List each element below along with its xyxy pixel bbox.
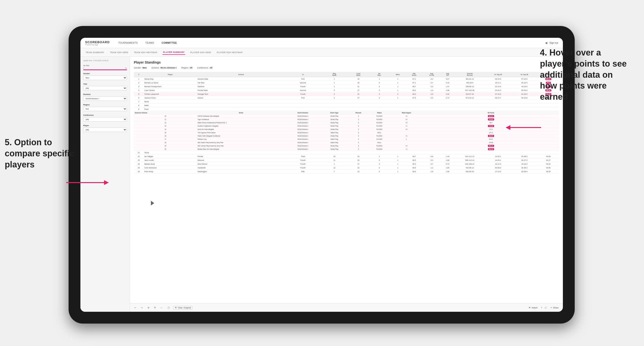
toolbar-watch-btn[interactable]: 👁 Watch — [527, 306, 539, 309]
toolbar-share-btn[interactable]: ↗ Share — [549, 306, 560, 309]
sub-nav-team-h2h-grid[interactable]: TEAM H2H GRID — [110, 50, 129, 55]
row-conf-rank: 24 — [348, 159, 369, 162]
slider-track[interactable] — [83, 69, 127, 70]
row-to-par: -0.8 — [423, 155, 440, 159]
exp-num: 12 — [134, 121, 197, 125]
player-select[interactable]: (All) — [83, 128, 127, 132]
exp-num: 19 — [134, 144, 197, 148]
col-reg-rank: RegRank — [321, 72, 348, 77]
row-avg-sg: 3.07 — [440, 77, 455, 81]
row-vs50: 65-54-6 — [511, 89, 538, 92]
toolbar-icon-2[interactable]: ⬜ — [544, 307, 547, 309]
row-wins: 1 — [390, 85, 405, 89]
tablet-shell: SCOREBOARD Powered by clippi TOURNAMENTS… — [68, 26, 575, 324]
exp-type: Stroke Play — [321, 115, 348, 118]
gender-select[interactable]: Men Women — [83, 76, 127, 80]
row-player: Ian Gilligan — [144, 155, 197, 159]
row-record: 452-96-12 — [454, 166, 485, 170]
nav-tournaments[interactable]: TOURNAMENTS — [117, 41, 139, 45]
row-to-par: -2.6 — [423, 92, 440, 96]
exp-rounds: 3 — [348, 121, 369, 125]
exp-type: Stroke Play — [321, 144, 348, 148]
exp-wpoints[interactable]: 20.47 — [423, 138, 559, 141]
row-wins: 1 — [390, 159, 405, 162]
row-vs50: 26-27-2 — [511, 159, 538, 162]
exp-wpoints[interactable]: 66.40 — [423, 148, 559, 151]
exp-rounds: 3 — [348, 148, 369, 151]
sub-nav-team-h2h-heatmap[interactable]: TEAM H2H HEATMAP — [134, 50, 158, 55]
player-label: Player — [83, 125, 127, 127]
row-vs25: 19-11-1 — [485, 81, 511, 85]
exp-wpoints[interactable]: 56.18 — [423, 144, 559, 148]
exp-num: 17 — [134, 138, 197, 141]
sub-nav-player-summary[interactable]: PLAYER SUMMARY — [162, 50, 185, 55]
row-num: 24 — [134, 162, 144, 166]
row-points[interactable]: 40.02 — [538, 162, 559, 166]
row-no-rds: 0 — [369, 159, 390, 162]
sub-nav-player-h2h-grid[interactable]: PLAYER H2H GRID — [190, 50, 212, 55]
division-select[interactable]: NCAA Division I — [83, 96, 127, 101]
exp-num: 15 — [134, 131, 197, 134]
row-reg-rank: 11 — [321, 159, 348, 162]
row-vs50: 35-16-4 — [511, 81, 538, 85]
sidebar-update-section: Update time: 27/01/2024 16:56:26 — [83, 59, 127, 62]
exp-type: Stroke Play — [321, 134, 348, 138]
sign-out-link[interactable]: Sign out — [550, 42, 558, 44]
conference-select[interactable]: (All) — [83, 117, 127, 122]
sub-nav-team-summary[interactable]: TEAM SUMMARY — [85, 50, 105, 55]
tablet-screen: SCOREBOARD Powered by clippi TOURNAMENTS… — [80, 38, 563, 312]
row-adj-score: 68.2 — [406, 89, 423, 92]
col-vs-top25: Vs Top 25 — [485, 72, 511, 77]
filter-conference-value: All — [210, 67, 212, 69]
toolbar-clock[interactable]: 🕐 — [166, 306, 171, 310]
row-adj-score: 67.5 — [406, 96, 423, 100]
row-adj-score: 69.4 — [406, 162, 423, 166]
nav-teams[interactable]: TEAMS — [144, 41, 156, 45]
watch-icon: 👁 — [528, 307, 531, 309]
arrow-4-svg — [503, 120, 550, 135]
table-row: 3 Michael Thorbjornsen Stanford Fourth 1… — [134, 85, 559, 89]
toolbar-copy[interactable]: ⧉ — [153, 306, 157, 310]
row-wins: 1 — [390, 96, 405, 100]
toolbar-icon-1[interactable]: ⬇ — [541, 307, 542, 309]
row-player: Christo Lamprecht — [144, 92, 197, 96]
exp-num: 16 — [134, 134, 197, 138]
row-points[interactable]: 39.95 — [538, 166, 559, 170]
nav-committee[interactable]: COMMITTEE — [160, 41, 178, 45]
table-row: 4 Luke Clanton Florida State Second 5 27… — [134, 89, 559, 92]
exp-rounds: 3 — [348, 144, 369, 148]
col-adj-score: Adj.Score — [406, 72, 423, 77]
row-num: 25 — [134, 166, 144, 170]
row-reg-rank: 1 — [321, 77, 348, 81]
row-player: Michael La Sasso — [144, 81, 197, 85]
toolbar-undo[interactable]: ↩ — [133, 306, 138, 310]
toolbar-redo[interactable]: ↪ — [140, 306, 144, 310]
row-avg-sg: 1.65 — [440, 166, 455, 170]
toolbar-settings[interactable]: ⚙ — [146, 306, 151, 310]
row-vs50: 29-38-2 — [511, 155, 538, 159]
row-conf-rank: 27 — [348, 89, 369, 92]
toolbar-view-btn[interactable]: 👁 View: Original — [173, 306, 192, 310]
slider-min: 4 — [83, 67, 84, 69]
exp-event: Williams Cup — [197, 138, 285, 141]
toolbar-dash[interactable]: — — [159, 306, 164, 310]
row-record: 381-61-11 — [454, 77, 485, 81]
exp-rank — [390, 141, 423, 144]
row-vs50: 50-16-8 — [511, 96, 538, 100]
exp-wpoints[interactable]: 62.64 — [423, 115, 559, 118]
row-vs50: 30-39-2 — [511, 166, 538, 170]
region-select[interactable]: N/A — [83, 107, 127, 111]
exp-event: Amer Am Intercollegiate — [197, 128, 285, 131]
exp-rank: +1 — [390, 134, 423, 138]
row-school: Missouri — [197, 159, 285, 162]
exp-wpoints[interactable]: 29.98 — [423, 141, 559, 144]
row-points[interactable]: 38.49 — [538, 170, 559, 173]
year-select[interactable]: (All) — [83, 86, 127, 90]
row-school: Arizona State — [197, 77, 285, 81]
filter-division: Division: NCAA Division I — [152, 67, 177, 69]
no-rds-section: No Rds. 4 52 — [83, 64, 127, 70]
row-points[interactable]: 40.68 — [538, 155, 559, 159]
sub-nav-player-h2h-heatmap[interactable]: PLAYER H2H HEATMAP — [216, 50, 243, 55]
row-points[interactable]: 40.27 — [538, 159, 559, 162]
exp-wpoints[interactable]: 46.90 — [423, 134, 559, 138]
